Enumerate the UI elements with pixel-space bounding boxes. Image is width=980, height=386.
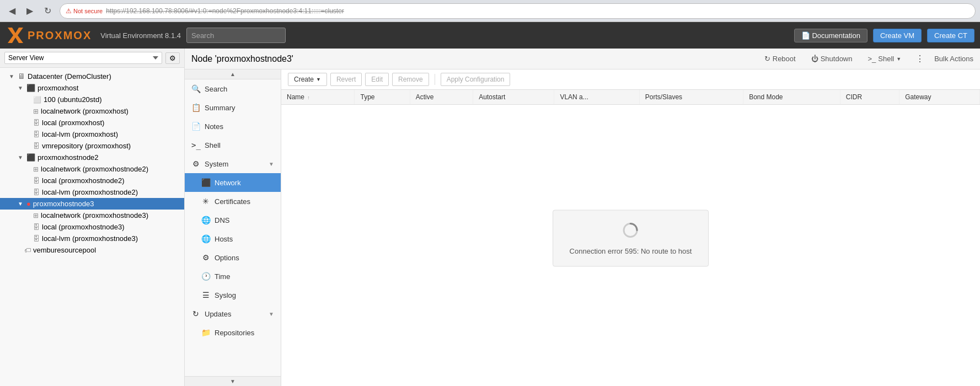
sidebar-settings-button[interactable]: ⚙ bbox=[165, 52, 180, 64]
col-vlan-aware[interactable]: VLAN a... bbox=[554, 90, 639, 105]
options-nav-icon: ⚙ bbox=[201, 253, 210, 262]
nav-item-certificates[interactable]: ✳ Certificates bbox=[185, 192, 281, 211]
nav-section-updates[interactable]: ↻ Updates ▼ bbox=[185, 304, 281, 323]
scroll-up-button[interactable]: ▲ bbox=[185, 69, 281, 79]
col-active[interactable]: Active bbox=[410, 90, 473, 105]
localnetwork-pmh-label: localnetwork (proxmoxhost) bbox=[41, 107, 128, 115]
search-nav-icon: 🔍 bbox=[191, 84, 200, 93]
notes-nav-icon: 📄 bbox=[191, 122, 200, 131]
col-cidr[interactable]: CIDR bbox=[840, 90, 899, 105]
doc-icon: 📄 bbox=[801, 31, 810, 40]
nav-item-notes[interactable]: 📄 Notes bbox=[185, 117, 281, 136]
bulk-actions-label: Bulk Actions bbox=[934, 55, 973, 63]
sidebar-item-local-lvm-pmh3[interactable]: 🗄 local-lvm (proxmoxhostnode3) bbox=[0, 233, 184, 244]
global-search-input[interactable] bbox=[186, 28, 286, 43]
server-view-select[interactable]: Server View bbox=[4, 52, 162, 64]
nav-item-syslog[interactable]: ☰ Syslog bbox=[185, 286, 281, 304]
remove-button[interactable]: Remove bbox=[392, 73, 429, 86]
sidebar-item-local-lvm-pmh2[interactable]: 🗄 local-lvm (proxmoxhostnode2) bbox=[0, 186, 184, 198]
nav-item-options[interactable]: ⚙ Options bbox=[185, 248, 281, 267]
reboot-button[interactable]: ↻ Reboot bbox=[760, 53, 800, 65]
col-gateway[interactable]: Gateway bbox=[899, 90, 980, 105]
sidebar-item-proxmoxhostnode2[interactable]: ▼ ⬛ proxmoxhostnode2 bbox=[0, 152, 184, 163]
col-bond-mode[interactable]: Bond Mode bbox=[743, 90, 840, 105]
col-autostart[interactable]: Autostart bbox=[473, 90, 554, 105]
create-vm-button[interactable]: Create VM bbox=[873, 29, 922, 42]
sidebar-item-vmrepo-pmh[interactable]: 🗄 vmrepository (proxmoxhost) bbox=[0, 140, 184, 152]
sidebar-item-proxmoxhost[interactable]: ▼ ⬛ proxmoxhost bbox=[0, 82, 184, 94]
repositories-nav-icon: 📁 bbox=[201, 328, 210, 337]
shell-icon: >_ bbox=[868, 55, 876, 63]
sidebar-item-datacenter[interactable]: ▼ 🖥 Datacenter (DemoCluster) bbox=[0, 70, 184, 82]
sidebar-item-proxmoxhostnode3[interactable]: ▼ ● proxmoxhostnode3 bbox=[0, 198, 184, 210]
create-dropdown-icon: ▼ bbox=[316, 77, 321, 82]
address-bar[interactable]: ⚠ Not secure https://192.168.100.78:8006… bbox=[60, 3, 976, 19]
col-type[interactable]: Type bbox=[355, 90, 410, 105]
nav-options-label: Options bbox=[215, 254, 239, 262]
updates-expand-icon: ▼ bbox=[269, 311, 274, 317]
col-ports-slaves[interactable]: Ports/Slaves bbox=[639, 90, 743, 105]
network-icon: ⊞ bbox=[33, 165, 39, 173]
nav-item-time[interactable]: 🕐 Time bbox=[185, 267, 281, 286]
nav-item-search[interactable]: 🔍 Search bbox=[185, 79, 281, 98]
create-button[interactable]: Create ▼ bbox=[288, 73, 327, 86]
expand-icon: ▼ bbox=[18, 85, 24, 91]
proxmoxhost-label: proxmoxhost bbox=[38, 84, 78, 92]
shell-button[interactable]: >_ Shell ▼ bbox=[864, 53, 906, 65]
nav-repositories-label: Repositories bbox=[215, 329, 254, 337]
sidebar-item-localnetwork-pmh3[interactable]: ⊞ localnetwork (proxmoxhostnode3) bbox=[0, 210, 184, 221]
syslog-nav-icon: ☰ bbox=[201, 291, 210, 299]
left-sidebar: Server View ⚙ ▼ 🖥 Datacenter (DemoCluste… bbox=[0, 49, 185, 386]
nav-updates-label: Updates bbox=[205, 310, 231, 318]
storage-icon: 🗄 bbox=[33, 235, 40, 243]
sidebar-item-100[interactable]: ⬜ 100 (ubuntu20std) bbox=[0, 94, 184, 105]
nav-shell-label: Shell bbox=[205, 141, 221, 149]
forward-button[interactable]: ▶ bbox=[22, 3, 38, 19]
vmrepo-pmh-label: vmrepository (proxmoxhost) bbox=[42, 142, 131, 150]
nav-item-hosts[interactable]: 🌐 Hosts bbox=[185, 229, 281, 248]
edit-button[interactable]: Edit bbox=[365, 73, 389, 86]
network-icon: ⊞ bbox=[33, 212, 39, 219]
nav-item-shell[interactable]: >_ Shell bbox=[185, 136, 281, 154]
datacenter-label: Datacenter (DemoCluster) bbox=[28, 72, 111, 81]
network-nav-icon: ⬛ bbox=[201, 178, 210, 187]
nav-item-dns[interactable]: 🌐 DNS bbox=[185, 211, 281, 229]
sidebar-item-local-pmh2[interactable]: 🗄 local (proxmoxhostnode2) bbox=[0, 175, 184, 186]
revert-button[interactable]: Revert bbox=[330, 73, 362, 86]
vm-label: 100 (ubuntu20std) bbox=[44, 95, 102, 104]
browser-nav-buttons: ◀ ▶ ↻ bbox=[4, 3, 55, 19]
col-name[interactable]: Name ↑ bbox=[281, 90, 355, 105]
spinner-icon bbox=[622, 221, 639, 239]
apply-config-button[interactable]: Apply Configuration bbox=[441, 73, 511, 86]
proxmox-text: PROXMOX bbox=[28, 29, 92, 42]
nav-system-label: System bbox=[205, 160, 228, 168]
sort-icon: ↑ bbox=[307, 95, 310, 100]
sidebar-item-local-lvm-pmh[interactable]: 🗄 local-lvm (proxmoxhost) bbox=[0, 128, 184, 140]
local-pmh-label: local (proxmoxhost) bbox=[42, 119, 104, 127]
storage-icon: 🗄 bbox=[33, 142, 40, 150]
nav-item-network[interactable]: ⬛ Network bbox=[185, 173, 281, 192]
nav-section-system[interactable]: ⚙ System ▼ bbox=[185, 154, 281, 173]
not-secure-indicator: ⚠ Not secure bbox=[66, 7, 103, 15]
nav-time-label: Time bbox=[215, 272, 230, 281]
bulk-actions-button[interactable]: ⋮ bbox=[912, 52, 928, 66]
dns-nav-icon: 🌐 bbox=[201, 216, 210, 224]
scroll-down-button[interactable]: ▼ bbox=[185, 376, 281, 386]
documentation-button[interactable]: 📄 Documentation bbox=[794, 29, 867, 42]
nav-item-summary[interactable]: 📋 Summary bbox=[185, 98, 281, 117]
storage-icon: 🗄 bbox=[33, 189, 40, 196]
storage-icon: 🗄 bbox=[33, 119, 40, 127]
updates-nav-icon: ↻ bbox=[191, 309, 200, 318]
shutdown-button[interactable]: ⏻ Shutdown bbox=[807, 53, 857, 65]
sidebar-item-local-pmh[interactable]: 🗄 local (proxmoxhost) bbox=[0, 117, 184, 128]
sidebar-item-localnetwork-pmh[interactable]: ⊞ localnetwork (proxmoxhost) bbox=[0, 105, 184, 117]
node-icon: ⬛ bbox=[26, 153, 35, 162]
create-ct-button[interactable]: Create CT bbox=[927, 29, 974, 42]
sidebar-item-localnetwork-pmh2[interactable]: ⊞ localnetwork (proxmoxhostnode2) bbox=[0, 163, 184, 175]
nav-item-repositories[interactable]: 📁 Repositories bbox=[185, 323, 281, 342]
back-button[interactable]: ◀ bbox=[4, 3, 20, 19]
sidebar-item-vemburepool[interactable]: 🏷 vemburesourcepool bbox=[0, 244, 184, 256]
vm-icon: ⬜ bbox=[33, 96, 41, 104]
sidebar-item-local-pmh3[interactable]: 🗄 local (proxmoxhostnode3) bbox=[0, 221, 184, 233]
reload-button[interactable]: ↻ bbox=[40, 3, 55, 19]
